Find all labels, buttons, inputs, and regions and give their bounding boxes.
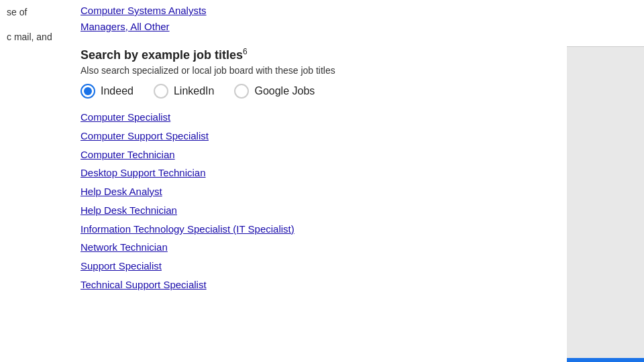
radio-indeed[interactable]: Indeed [80, 84, 133, 99]
section-title: Search by example job titles6 [80, 47, 560, 62]
left-panel: se of c mail, and [0, 0, 74, 362]
link-network-technician[interactable]: Network Technician [80, 238, 560, 257]
radio-google-jobs-circle [234, 84, 249, 99]
right-panel-top [567, 0, 644, 47]
link-support-specialist[interactable]: Support Specialist [80, 257, 560, 276]
radio-google-jobs[interactable]: Google Jobs [234, 84, 315, 99]
link-computer-support-specialist[interactable]: Computer Support Specialist [80, 127, 560, 145]
radio-indeed-label: Indeed [101, 85, 133, 97]
link-help-desk-analyst[interactable]: Help Desk Analyst [80, 182, 560, 201]
bottom-bar [567, 358, 644, 362]
link-help-desk-technician[interactable]: Help Desk Technician [80, 201, 560, 220]
radio-linkedin-label: LinkedIn [174, 85, 215, 97]
link-computer-specialist[interactable]: Computer Specialist [80, 108, 560, 127]
job-board-radio-group: Indeed LinkedIn Google Jobs [80, 84, 560, 99]
link-desktop-support-technician[interactable]: Desktop Support Technician [80, 164, 560, 182]
link-it-specialist[interactable]: Information Technology Specialist (IT Sp… [80, 220, 560, 239]
radio-linkedin[interactable]: LinkedIn [154, 84, 215, 99]
job-links-section: Computer Specialist Computer Support Spe… [80, 108, 560, 294]
radio-google-jobs-label: Google Jobs [254, 85, 315, 97]
left-text-2: c mail, and [0, 25, 74, 50]
link-technical-support-specialist[interactable]: Technical Support Specialist [80, 276, 560, 294]
left-text-1: se of [0, 0, 74, 25]
main-content: Computer Systems Analysts Managers, All … [74, 0, 567, 362]
link-computer-systems-analysts[interactable]: Computer Systems Analysts [80, 3, 560, 19]
section-subtitle: Also search specialized or local job boa… [80, 65, 560, 76]
right-panel [567, 0, 644, 362]
radio-indeed-circle [80, 84, 95, 99]
top-links-section: Computer Systems Analysts Managers, All … [80, 0, 560, 40]
link-managers-all-other[interactable]: Managers, All Other [80, 19, 560, 35]
radio-linkedin-circle [154, 84, 168, 99]
link-computer-technician[interactable]: Computer Technician [80, 145, 560, 164]
